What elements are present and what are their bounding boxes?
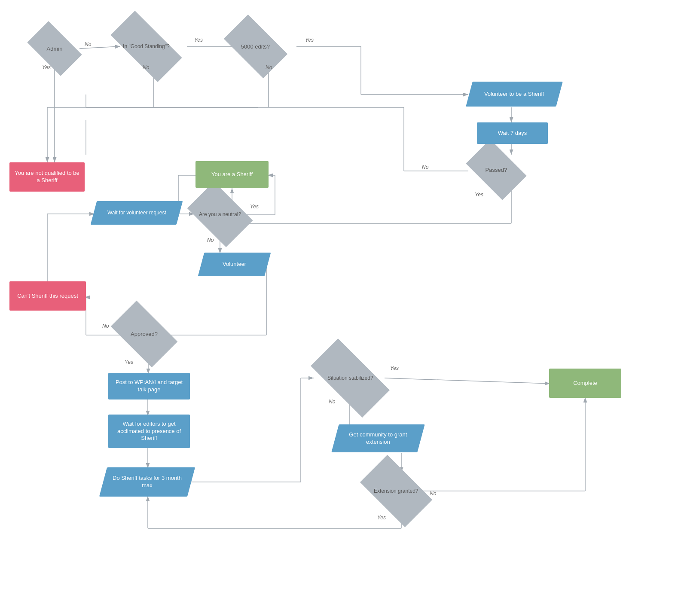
edge-neutral-yes: Yes bbox=[250, 204, 259, 210]
neutral-label: Are you a neutral? bbox=[199, 211, 241, 217]
passed-diamond: Passed? bbox=[466, 139, 526, 200]
volunteer-sheriff-node: Volunteer to be a Sheriff bbox=[466, 82, 563, 107]
edits-diamond: 5000 edits? bbox=[224, 15, 287, 78]
edge-approved-no: No bbox=[102, 323, 109, 329]
edge-edits-no: No bbox=[266, 64, 272, 70]
flowchart: Admin In "Good Standing"? 5000 edits? Pa… bbox=[0, 0, 678, 616]
edge-good-standing-yes: Yes bbox=[194, 37, 203, 43]
edge-situation-no: No bbox=[329, 399, 335, 405]
wait-editors-node: Wait for editors to get acclimated to pr… bbox=[108, 415, 190, 448]
post-wp-label: Post to WP:AN/I and target talk page bbox=[108, 379, 190, 393]
neutral-diamond: Are you a neutral? bbox=[187, 182, 253, 247]
cant-sheriff-label: Can't Sheriff this request bbox=[14, 293, 82, 300]
edge-approved-yes: Yes bbox=[125, 359, 133, 365]
get-community-label: Get community to grant extension bbox=[335, 431, 421, 446]
volunteer-label: Volunteer bbox=[219, 261, 250, 268]
edits-label: 5000 edits? bbox=[241, 43, 270, 49]
cant-sheriff-node: Can't Sheriff this request bbox=[9, 281, 86, 311]
extension-label: Extension granted? bbox=[374, 488, 418, 494]
edge-extension-no: No bbox=[430, 491, 436, 497]
do-sheriff-node: Do Sheriff tasks for 3 month max bbox=[99, 467, 195, 497]
edge-situation-yes: Yes bbox=[390, 365, 399, 371]
volunteer-node: Volunteer bbox=[198, 253, 271, 276]
volunteer-sheriff-label: Volunteer to be a Sheriff bbox=[481, 91, 547, 98]
complete-node: Complete bbox=[549, 369, 621, 398]
admin-label: Admin bbox=[47, 45, 63, 52]
approved-label: Approved? bbox=[131, 331, 158, 337]
good-standing-label: In "Good Standing"? bbox=[123, 43, 170, 49]
wait-volunteer-node: Wait for volunteer request bbox=[91, 201, 183, 225]
situation-label: Situation stabilized? bbox=[327, 375, 373, 381]
edge-passed-yes: Yes bbox=[475, 192, 483, 198]
edge-good-standing-no: No bbox=[143, 64, 149, 70]
wait-7-days-label: Wait 7 days bbox=[495, 130, 530, 137]
complete-label: Complete bbox=[570, 380, 601, 387]
edge-extension-yes: Yes bbox=[377, 515, 386, 521]
edge-admin-no: No bbox=[85, 41, 91, 47]
situation-diamond: Situation stabilized? bbox=[311, 338, 390, 418]
arrows-layer bbox=[0, 0, 678, 616]
svg-line-40 bbox=[385, 378, 550, 384]
passed-label: Passed? bbox=[486, 167, 507, 173]
not-qualified-node: You are not qualified to be a Sheriff bbox=[9, 162, 85, 192]
you-are-sheriff-label: You are a Sheriff bbox=[208, 171, 256, 178]
extension-diamond: Extension granted? bbox=[360, 455, 432, 527]
wait-editors-label: Wait for editors to get acclimated to pr… bbox=[108, 421, 190, 442]
admin-diamond: Admin bbox=[27, 21, 82, 76]
edge-neutral-no: No bbox=[207, 237, 214, 243]
you-are-sheriff-node: You are a Sheriff bbox=[195, 161, 269, 188]
get-community-node: Get community to grant extension bbox=[331, 424, 425, 452]
approved-diamond: Approved? bbox=[111, 301, 178, 368]
post-wp-node: Post to WP:AN/I and target talk page bbox=[108, 373, 190, 399]
wait-volunteer-label: Wait for volunteer request bbox=[104, 210, 170, 217]
do-sheriff-label: Do Sheriff tasks for 3 month max bbox=[103, 475, 191, 489]
not-qualified-label: You are not qualified to be a Sheriff bbox=[9, 170, 85, 184]
wait-7-days-node: Wait 7 days bbox=[477, 122, 548, 144]
good-standing-diamond: In "Good Standing"? bbox=[110, 11, 182, 82]
edge-edits-yes: Yes bbox=[305, 37, 314, 43]
edge-passed-no: No bbox=[422, 164, 428, 170]
edge-admin-yes: Yes bbox=[42, 64, 51, 70]
